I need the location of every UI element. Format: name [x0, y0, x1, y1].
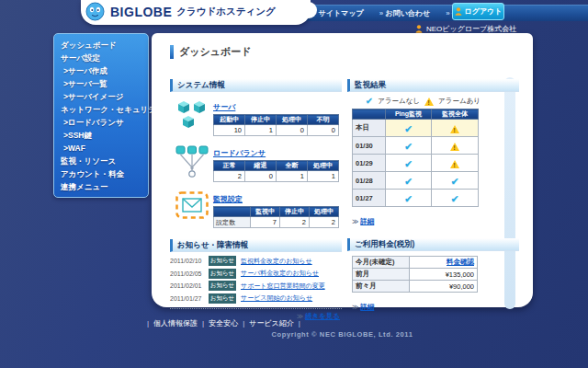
- table-cell: 2: [310, 217, 339, 228]
- monitoring-detail-link[interactable]: 詳細: [360, 217, 374, 225]
- table-cell: 2: [280, 217, 310, 228]
- footer-service-link[interactable]: サービス紹介: [249, 318, 294, 328]
- news-link[interactable]: サービス開始のお知らせ: [241, 293, 312, 303]
- fees-header: ご利用料金(税別): [347, 238, 519, 251]
- table-cell: 10: [214, 125, 245, 136]
- news-badge: お知らせ: [209, 269, 236, 279]
- overall-status-icon: [450, 172, 458, 188]
- ping-status-icon: [404, 137, 413, 153]
- news-badge: お知らせ: [209, 281, 236, 291]
- monitor-settings-link[interactable]: 監視設定: [213, 194, 243, 204]
- news-date: 2011/02/05: [170, 270, 209, 277]
- news-item: 2011/02/10 お知らせ 監視料金改定のお知らせ: [170, 256, 342, 266]
- logout-button[interactable]: ログアウト: [452, 3, 504, 20]
- news-item: 2011/02/01 お知らせ サポート窓口営業時間の変更: [170, 281, 342, 291]
- overall-status-icon: [450, 160, 459, 168]
- col-header: Ping監視: [386, 109, 432, 120]
- col-header: 起動中: [214, 115, 245, 125]
- news-link[interactable]: サーバ料金改定のお知らせ: [241, 269, 319, 278]
- fees-detail-link[interactable]: 詳細: [360, 303, 374, 311]
- fee-value: ¥90,000: [410, 281, 478, 293]
- ping-status-icon: [404, 120, 413, 135]
- table-cell: 0: [308, 125, 339, 136]
- load-balancer-link[interactable]: ロードバランサ: [213, 148, 266, 158]
- row-label: 01/27: [353, 190, 386, 207]
- table-cell: 2: [214, 171, 245, 182]
- overall-status-icon: [450, 125, 459, 133]
- col-header: 処理中: [310, 207, 339, 217]
- table-row: 前々月 ¥90,000: [353, 281, 478, 293]
- sidebar-item-waf[interactable]: >WAF: [54, 142, 148, 155]
- news-badge: お知らせ: [209, 293, 236, 304]
- fee-value: ¥135,000: [410, 269, 478, 281]
- news-section: お知らせ・障害情報 2011/02/10 お知らせ 監視料金改定のお知らせ 20…: [170, 239, 342, 321]
- footer-safety-link[interactable]: 安全安心: [209, 318, 238, 328]
- table-cell: 7: [251, 217, 280, 228]
- load-balancer-icon: [170, 143, 213, 182]
- sidebar-item-server-settings[interactable]: サーバ設定: [54, 52, 148, 64]
- monitor-settings-section: 監視設定 監視中 停止中 処理中 設定数 7 2: [170, 189, 342, 228]
- sidebar-item-load-balancer[interactable]: >ロードバランサ: [54, 116, 148, 129]
- fee-check-link[interactable]: 料金確認: [447, 258, 474, 266]
- table-cell: 0: [277, 125, 308, 136]
- fee-row-label: 前月: [353, 269, 410, 281]
- load-balancer-section: ロードバランサ 正常 縮退 全断 処理中 2 0 1: [170, 143, 342, 182]
- table-cell: 1: [245, 125, 277, 136]
- sidebar-item-partner-menu[interactable]: 連携メニュー: [54, 180, 148, 193]
- nav-contact-link[interactable]: お問い合わせ: [379, 8, 430, 18]
- fees-section: ご利用料金(税別) 今月(未確定) 料金確認 前月 ¥135,000 前々月 ¥…: [347, 238, 519, 313]
- title-accent-bar: [170, 45, 174, 59]
- monitoring-legend: アラームなし アラームあり: [347, 96, 481, 106]
- person-icon: [415, 25, 423, 33]
- sidebar-item-monitoring-resources[interactable]: 監視・リソース: [54, 155, 148, 167]
- sidebar-item-server-create[interactable]: >サーバ作成: [54, 64, 148, 77]
- separator: [202, 319, 204, 328]
- table-row: 01/30: [353, 137, 479, 155]
- main-panel: ダッシュボード システム情報 サーバ 起動: [152, 33, 533, 307]
- corner-cell: [353, 109, 386, 120]
- system-info-header: システム情報: [170, 79, 342, 92]
- news-more-link[interactable]: 続きを見る: [305, 312, 340, 320]
- monitoring-header: 監視結果: [347, 79, 519, 92]
- news-link[interactable]: 監視料金改定のお知らせ: [241, 257, 312, 266]
- table-cell: 1: [277, 171, 308, 182]
- sidebar-item-network-security[interactable]: ネットワーク・セキュリティ: [54, 103, 148, 116]
- monitor-settings-table: 監視中 停止中 処理中 設定数 7 2 2: [213, 206, 339, 228]
- server-icon: [170, 97, 213, 136]
- divider: [170, 308, 342, 309]
- col-header: 監視中: [251, 207, 280, 217]
- footer-privacy-link[interactable]: 個人情報保護: [153, 318, 198, 328]
- row-label: 設定数: [214, 217, 251, 228]
- nav-sitemap-link[interactable]: サイトマップ: [312, 8, 364, 18]
- alarm-icon: [424, 98, 434, 106]
- logo: BIGLOBE クラウドホスティング: [81, 0, 311, 25]
- sidebar-item-server-image[interactable]: >サーバイメージ: [54, 90, 148, 103]
- news-date: 2011/01/27: [170, 295, 209, 302]
- col-header: 処理中: [308, 161, 339, 171]
- news-badge: お知らせ: [209, 256, 236, 266]
- legend-label: アラームあり: [438, 97, 481, 106]
- sidebar-item-server-list[interactable]: >サーバ一覧: [54, 77, 148, 90]
- server-status-table: 起動中 停止中 処理中 不明 10 1 0 0: [213, 114, 339, 136]
- news-link[interactable]: サポート窓口営業時間の変更: [241, 282, 325, 291]
- table-row: 01/29: [353, 155, 479, 172]
- page-title: ダッシュボード: [170, 45, 252, 59]
- server-link[interactable]: サーバ: [213, 102, 235, 112]
- overall-status-icon: [450, 143, 459, 151]
- table-cell: 0: [245, 171, 277, 182]
- table-row: 本日: [353, 120, 479, 137]
- sidebar-item-ssh-key[interactable]: >SSH鍵: [54, 129, 148, 142]
- col-header: 停止中: [245, 115, 277, 125]
- sidebar-item-account-fees[interactable]: アカウント・料金: [54, 167, 148, 180]
- table-cell: 1: [308, 171, 339, 182]
- row-label: 本日: [353, 120, 386, 137]
- fee-row-label: 前々月: [353, 281, 410, 293]
- right-column: 監視結果 アラームなし アラームあり Ping監視 監視全体 本日: [347, 79, 519, 313]
- logo-wordmark: BIGLOBE: [110, 5, 172, 19]
- sidebar-item-dashboard[interactable]: ダッシュボード: [54, 39, 148, 52]
- fees-table: 今月(未確定) 料金確認 前月 ¥135,000 前々月 ¥90,000: [352, 256, 478, 293]
- monitoring-detail: 詳細: [352, 211, 519, 227]
- col-header: 停止中: [280, 207, 310, 217]
- monitoring-table: Ping監視 監視全体 本日 01/30 01/29: [352, 109, 479, 207]
- col-header: 正常: [214, 161, 245, 171]
